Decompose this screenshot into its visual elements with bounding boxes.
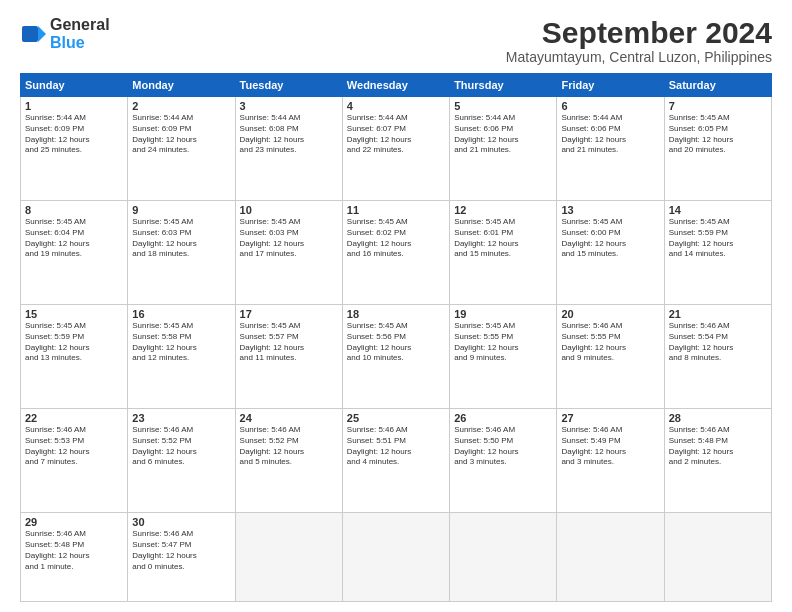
day-30: 30 Sunrise: 5:46 AM Sunset: 5:47 PM Dayl… <box>128 513 235 602</box>
month-title: September 2024 <box>506 16 772 49</box>
day-14: 14 Sunrise: 5:45 AM Sunset: 5:59 PM Dayl… <box>664 201 771 305</box>
header-tuesday: Tuesday <box>235 74 342 97</box>
calendar-table: Sunday Monday Tuesday Wednesday Thursday… <box>20 73 772 602</box>
day-11: 11 Sunrise: 5:45 AM Sunset: 6:02 PM Dayl… <box>342 201 449 305</box>
week-1: 1 Sunrise: 5:44 AM Sunset: 6:09 PM Dayli… <box>21 97 772 201</box>
day-24: 24 Sunrise: 5:46 AM Sunset: 5:52 PM Dayl… <box>235 409 342 513</box>
header-saturday: Saturday <box>664 74 771 97</box>
title-block: September 2024 Matayumtayum, Central Luz… <box>506 16 772 65</box>
day-2: 2 Sunrise: 5:44 AM Sunset: 6:09 PM Dayli… <box>128 97 235 201</box>
day-23: 23 Sunrise: 5:46 AM Sunset: 5:52 PM Dayl… <box>128 409 235 513</box>
day-28: 28 Sunrise: 5:46 AM Sunset: 5:48 PM Dayl… <box>664 409 771 513</box>
week-4: 22 Sunrise: 5:46 AM Sunset: 5:53 PM Dayl… <box>21 409 772 513</box>
day-4: 4 Sunrise: 5:44 AM Sunset: 6:07 PM Dayli… <box>342 97 449 201</box>
logo-blue: Blue <box>50 34 85 51</box>
day-3: 3 Sunrise: 5:44 AM Sunset: 6:08 PM Dayli… <box>235 97 342 201</box>
empty-cell-1 <box>235 513 342 602</box>
header-thursday: Thursday <box>450 74 557 97</box>
location: Matayumtayum, Central Luzon, Philippines <box>506 49 772 65</box>
day-7: 7 Sunrise: 5:45 AM Sunset: 6:05 PM Dayli… <box>664 97 771 201</box>
day-17: 17 Sunrise: 5:45 AM Sunset: 5:57 PM Dayl… <box>235 305 342 409</box>
header-wednesday: Wednesday <box>342 74 449 97</box>
week-3: 15 Sunrise: 5:45 AM Sunset: 5:59 PM Dayl… <box>21 305 772 409</box>
day-10: 10 Sunrise: 5:45 AM Sunset: 6:03 PM Dayl… <box>235 201 342 305</box>
day-21: 21 Sunrise: 5:46 AM Sunset: 5:54 PM Dayl… <box>664 305 771 409</box>
header-sunday: Sunday <box>21 74 128 97</box>
day-8: 8 Sunrise: 5:45 AM Sunset: 6:04 PM Dayli… <box>21 201 128 305</box>
day-5: 5 Sunrise: 5:44 AM Sunset: 6:06 PM Dayli… <box>450 97 557 201</box>
day-26: 26 Sunrise: 5:46 AM Sunset: 5:50 PM Dayl… <box>450 409 557 513</box>
empty-cell-2 <box>342 513 449 602</box>
logo-icon <box>20 20 48 48</box>
day-16: 16 Sunrise: 5:45 AM Sunset: 5:58 PM Dayl… <box>128 305 235 409</box>
day-6: 6 Sunrise: 5:44 AM Sunset: 6:06 PM Dayli… <box>557 97 664 201</box>
svg-rect-0 <box>22 26 38 42</box>
week-2: 8 Sunrise: 5:45 AM Sunset: 6:04 PM Dayli… <box>21 201 772 305</box>
day-18: 18 Sunrise: 5:45 AM Sunset: 5:56 PM Dayl… <box>342 305 449 409</box>
page: General Blue September 2024 Matayumtayum… <box>0 0 792 612</box>
empty-cell-4 <box>557 513 664 602</box>
logo-general: General <box>50 16 110 33</box>
day-29: 29 Sunrise: 5:46 AM Sunset: 5:48 PM Dayl… <box>21 513 128 602</box>
logo: General Blue <box>20 16 110 52</box>
day-22: 22 Sunrise: 5:46 AM Sunset: 5:53 PM Dayl… <box>21 409 128 513</box>
day-20: 20 Sunrise: 5:46 AM Sunset: 5:55 PM Dayl… <box>557 305 664 409</box>
svg-marker-1 <box>38 26 46 42</box>
day-27: 27 Sunrise: 5:46 AM Sunset: 5:49 PM Dayl… <box>557 409 664 513</box>
day-1: 1 Sunrise: 5:44 AM Sunset: 6:09 PM Dayli… <box>21 97 128 201</box>
day-25: 25 Sunrise: 5:46 AM Sunset: 5:51 PM Dayl… <box>342 409 449 513</box>
day-15: 15 Sunrise: 5:45 AM Sunset: 5:59 PM Dayl… <box>21 305 128 409</box>
header-monday: Monday <box>128 74 235 97</box>
week-5: 29 Sunrise: 5:46 AM Sunset: 5:48 PM Dayl… <box>21 513 772 602</box>
header: General Blue September 2024 Matayumtayum… <box>20 16 772 65</box>
day-19: 19 Sunrise: 5:45 AM Sunset: 5:55 PM Dayl… <box>450 305 557 409</box>
empty-cell-5 <box>664 513 771 602</box>
header-friday: Friday <box>557 74 664 97</box>
calendar-header-row: Sunday Monday Tuesday Wednesday Thursday… <box>21 74 772 97</box>
day-13: 13 Sunrise: 5:45 AM Sunset: 6:00 PM Dayl… <box>557 201 664 305</box>
day-9: 9 Sunrise: 5:45 AM Sunset: 6:03 PM Dayli… <box>128 201 235 305</box>
empty-cell-3 <box>450 513 557 602</box>
day-12: 12 Sunrise: 5:45 AM Sunset: 6:01 PM Dayl… <box>450 201 557 305</box>
